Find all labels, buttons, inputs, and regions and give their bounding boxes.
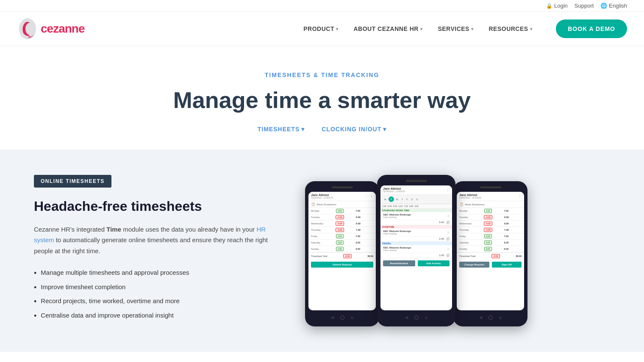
comment-icon: 💬 — [447, 254, 450, 257]
phone-home-bar: ◁ □ — [457, 314, 524, 321]
day-row-tuesday: Tuesday -0.50 8.00 › — [308, 214, 376, 221]
hero-nav-clocking-label: CLOCKING IN/OUT — [322, 126, 381, 133]
globe-icon: 🌐 — [600, 3, 607, 9]
feature-item-1: Manage multiple timesheets and approval … — [34, 266, 271, 281]
back-icon: ◁ — [480, 316, 482, 319]
language-selector[interactable]: 🌐 English — [600, 3, 627, 9]
hero-subtitle: TIMESHEETS & TIME TRACKING — [17, 72, 627, 78]
back-icon: ◁ — [405, 316, 408, 319]
standard-work-label: Standard Work Time — [380, 209, 452, 212]
day-row-thursday: Thursday -0.50 7.00 › — [308, 227, 376, 233]
feature-item-4: Centralise data and improve operational … — [34, 309, 271, 323]
phone-3-total: Timesheet Total -0.50 38.00 — [457, 252, 524, 260]
nav-resources-label: RESOURCES — [489, 25, 528, 32]
lock-icon: 🔒 — [546, 3, 552, 9]
day-row-wednesday: Wednesday -0.50 8.00 › — [308, 221, 376, 227]
support-link[interactable]: Support — [575, 3, 594, 9]
close-icon[interactable]: × — [447, 230, 450, 235]
nav-product-label: PRODUCT — [303, 25, 334, 32]
phone-3-screen: Jane Albrizzi 10/28/2019 - 11/3/2019 ⋮ 📋… — [457, 192, 524, 310]
day-row-saturday: Saturday 0.00 0.00 › — [457, 240, 524, 246]
hero-title: Manage time a smarter way — [17, 87, 627, 113]
hero-nav-timesheets-label: TIMESHEETS — [258, 126, 300, 133]
submit-request-button[interactable]: Submit Request — [311, 262, 373, 268]
hero-nav-timesheets[interactable]: TIMESHEETS ▾ — [258, 126, 305, 133]
nav-product[interactable]: PRODUCT ▾ — [303, 25, 338, 32]
travel-label: Travel — [380, 242, 452, 245]
chevron-down-icon: ▾ — [301, 126, 305, 133]
logo-icon — [17, 16, 38, 41]
desc-text-1: Cezanne HR's integrated — [34, 226, 106, 233]
square-icon: □ — [351, 316, 353, 319]
content-section: ONLINE TIMESHEETS Headache-free timeshee… — [0, 149, 644, 352]
chevron-down-icon: ▾ — [471, 27, 474, 31]
phone-1-wrap: Jane Albrizzi 10/28/2019 - 11/3/2019 ⋮ 📋… — [305, 181, 379, 326]
square-icon: □ — [425, 316, 427, 319]
logo-text: cezanne — [41, 22, 85, 36]
phone-2-screen: Jane Albrizzi 10/28/2019 - 11/3/2019 ⋮ M… — [380, 185, 452, 310]
back-icon: ◁ — [331, 316, 333, 319]
day-row-friday: Friday 0.00 7.50 › — [457, 233, 524, 240]
activity-3: ABC Website Redesign Client meeting × — [380, 245, 452, 253]
sign-off-button[interactable]: Sign-Off — [492, 262, 522, 268]
svg-point-0 — [19, 18, 36, 39]
hero-nav-clocking[interactable]: CLOCKING IN/OUT ▾ — [322, 126, 386, 133]
phone-3-wrap: Jane Albrizzi 10/28/2019 - 11/3/2019 ⋮ 📋… — [453, 181, 527, 326]
phone-home-bar: ◁ □ — [380, 314, 452, 321]
nav-about[interactable]: ABOUT CEZANNE HR ▾ — [353, 25, 422, 32]
phone-3: Jane Albrizzi 10/28/2019 - 11/3/2019 ⋮ 📋… — [453, 181, 527, 326]
section-description: Cezanne HR's integrated Time module uses… — [34, 224, 271, 257]
language-label: English — [609, 3, 627, 9]
day-row-monday: Monday 0.00 7.50 › — [308, 208, 376, 214]
login-link[interactable]: 🔒 Login — [546, 3, 568, 9]
phone-2-wrap: Jane Albrizzi 10/28/2019 - 11/3/2019 ⋮ M… — [377, 175, 455, 326]
section-title: Headache-free timesheets — [34, 198, 271, 216]
chevron-down-icon: ▾ — [336, 27, 339, 31]
feature-item-3: Record projects, time worked, overtime a… — [34, 295, 271, 309]
day-row-friday: Friday 0.00 7.50 › — [308, 233, 376, 240]
nav-services-label: SERVICES — [438, 25, 469, 32]
logo[interactable]: cezanne — [17, 16, 85, 41]
feature-item-2: Improve timesheet completion — [34, 281, 271, 295]
close-icon[interactable]: × — [447, 214, 450, 218]
activity-1: ABC Website Redesign Client meeting × — [380, 212, 452, 220]
main-nav: PRODUCT ▾ ABOUT CEZANNE HR ▾ SERVICES ▾ … — [303, 19, 627, 38]
hero-nav: TIMESHEETS ▾ CLOCKING IN/OUT ▾ — [17, 126, 627, 133]
home-button[interactable] — [414, 315, 419, 320]
home-button[interactable] — [340, 315, 344, 320]
change-request-button[interactable]: Change Request — [459, 262, 489, 268]
review-submit-button[interactable]: Review/Submit — [383, 260, 415, 266]
phone-1-screen: Jane Albrizzi 10/28/2019 - 11/3/2019 ⋮ 📋… — [308, 192, 376, 310]
comment-icon: 💬 — [447, 238, 450, 240]
feature-list: Manage multiple timesheets and approval … — [34, 266, 271, 323]
section-badge: ONLINE TIMESHEETS — [34, 175, 111, 188]
add-activity-button[interactable]: Add Activity — [418, 260, 450, 266]
overtime-label: Overtime — [380, 225, 452, 229]
phone-2-header: Jane Albrizzi 10/28/2019 - 11/3/2019 ⋮ — [380, 185, 452, 195]
hero-section: TIMESHEETS & TIME TRACKING Manage time a… — [0, 46, 644, 149]
square-icon: □ — [500, 316, 501, 319]
nav-resources[interactable]: RESOURCES ▾ — [489, 25, 532, 32]
comment-icon: 💬 — [447, 221, 450, 224]
top-bar: 🔒 Login Support 🌐 English — [0, 0, 644, 12]
phone-2: Jane Albrizzi 10/28/2019 - 11/3/2019 ⋮ M… — [377, 175, 455, 326]
phone-1-header: Jane Albrizzi 10/28/2019 - 11/3/2019 ⋮ — [308, 192, 376, 201]
activity-2: ABC Website Redesign Client meeting × — [380, 229, 452, 237]
nav-services[interactable]: SERVICES ▾ — [438, 25, 473, 32]
phones-container: Jane Albrizzi 10/28/2019 - 11/3/2019 ⋮ 📋… — [305, 175, 527, 326]
desc-text-2: module uses the data you already have in… — [121, 226, 256, 233]
login-label: Login — [554, 3, 568, 9]
chevron-down-icon: ▾ — [530, 27, 533, 31]
home-button[interactable] — [489, 315, 493, 320]
close-icon[interactable]: × — [447, 247, 450, 251]
desc-text-3: to automatically generate online timeshe… — [34, 236, 268, 254]
chevron-down-icon: ▾ — [383, 126, 386, 133]
day-row-thursday: Thursday -0.50 7.00 › — [457, 227, 524, 233]
content-left: ONLINE TIMESHEETS Headache-free timeshee… — [34, 175, 271, 323]
day-row-tuesday: Tuesday -0.50 8.00 › — [457, 214, 524, 221]
book-demo-button[interactable]: BOOK A DEMO — [556, 19, 627, 38]
phone-speaker — [480, 186, 501, 188]
desc-bold: Time — [106, 226, 121, 233]
day-row-saturday: Saturday 0.00 0.00 › — [308, 240, 376, 246]
chevron-down-icon: ▾ — [420, 27, 423, 31]
